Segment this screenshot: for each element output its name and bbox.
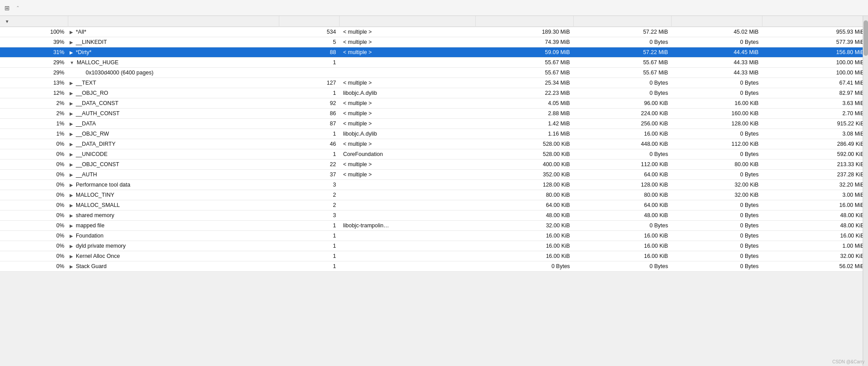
cell-resident: 32.00 KiB xyxy=(475,221,573,231)
table-row[interactable]: 39%▶ __LINKEDIT5< multiple >74.39 MiB0 B… xyxy=(0,37,868,47)
cell-dirty: 0 Bytes xyxy=(574,37,672,47)
scrollbar-thumb[interactable] xyxy=(864,20,868,56)
col-header-virtual[interactable] xyxy=(762,16,868,27)
cell-swapped: 128.00 KiB xyxy=(672,119,762,129)
expand-icon[interactable]: ▶ xyxy=(70,121,74,126)
table-row[interactable]: 100%▶ *All*534< multiple >189.30 MiB57.2… xyxy=(0,27,868,37)
cell-path: < multiple > xyxy=(340,47,475,58)
cell-path: < multiple > xyxy=(340,109,475,119)
type-label: *Dirty* xyxy=(76,49,91,55)
expand-icon[interactable]: ▶ xyxy=(70,162,74,167)
col-header-regs[interactable] xyxy=(279,16,340,27)
table-row[interactable]: 0%▶ MALLOC_TINY280.00 KiB80.00 KiB32.00 … xyxy=(0,190,868,200)
expand-icon[interactable]: ▶ xyxy=(70,234,74,238)
col-header-pct[interactable]: ▼ xyxy=(0,16,68,27)
cell-type: ▶ __DATA xyxy=(68,119,279,129)
expand-icon[interactable]: ▶ xyxy=(70,152,74,157)
cell-swapped: 0 Bytes xyxy=(672,241,762,251)
type-label: MALLOC_SMALL xyxy=(76,202,120,208)
expand-icon[interactable]: ▶ xyxy=(70,111,74,116)
expand-icon[interactable]: ▶ xyxy=(70,264,74,269)
table-row[interactable]: 1%▶ __OBJC_RW1libobjc.A.dylib1.16 MiB16.… xyxy=(0,129,868,139)
table-row[interactable]: 0%▶ mapped file1libobjc-trampolin…32.00 … xyxy=(0,221,868,231)
cell-resident: 22.23 MiB xyxy=(475,88,573,98)
table-row[interactable]: 29%▼ MALLOC_HUGE155.67 MiB55.67 MiB44.33… xyxy=(0,58,868,68)
table-row[interactable]: 0%▶ MALLOC_SMALL264.00 KiB64.00 KiB0 Byt… xyxy=(0,200,868,210)
table-row[interactable]: 0%▶ __OBJC_CONST22< multiple >400.00 KiB… xyxy=(0,160,868,170)
cell-pct: 29% xyxy=(0,58,68,68)
type-label: shared memory xyxy=(76,212,114,218)
expand-icon[interactable]: ▶ xyxy=(70,193,74,198)
table-row[interactable]: 0%▶ Stack Guard10 Bytes0 Bytes0 Bytes56.… xyxy=(0,261,868,272)
cell-dirty: 448.00 KiB xyxy=(574,139,672,149)
cell-type: ▶ __OBJC_RO xyxy=(68,88,279,98)
cell-regs: 1 xyxy=(279,251,340,261)
table-row[interactable]: 12%▶ __OBJC_RO1libobjc.A.dylib22.23 MiB0… xyxy=(0,88,868,98)
expand-icon[interactable]: ▶ xyxy=(70,203,74,208)
table-row[interactable]: 0%▶ __DATA_DIRTY46< multiple >528.00 KiB… xyxy=(0,139,868,149)
col-header-path[interactable] xyxy=(340,16,475,27)
cell-dirty: 0 Bytes xyxy=(574,78,672,88)
expand-icon[interactable]: ▶ xyxy=(70,142,74,147)
table-row[interactable]: 31%▶ *Dirty*88< multiple >59.09 MiB57.22… xyxy=(0,47,868,58)
table-row[interactable]: 0%▶ Foundation116.00 KiB16.00 KiB0 Bytes… xyxy=(0,231,868,241)
cell-path: CoreFoundation xyxy=(340,149,475,160)
table-row[interactable]: 29%0x1030d4000 (6400 pages)55.67 MiB55.6… xyxy=(0,68,868,78)
expand-icon[interactable]: ▼ xyxy=(70,60,75,65)
table-row[interactable]: 0%▶ Performance tool data3128.00 KiB128.… xyxy=(0,180,868,190)
table-row[interactable]: 0%▶ dyld private memory116.00 KiB16.00 K… xyxy=(0,241,868,251)
cell-virtual: 67.41 MiB xyxy=(762,78,868,88)
col-header-resident[interactable] xyxy=(475,16,573,27)
table-row[interactable]: 0%▶ Kernel Alloc Once116.00 KiB16.00 KiB… xyxy=(0,251,868,261)
expand-icon[interactable]: ▶ xyxy=(70,81,74,86)
cell-type: ▶ __OBJC_CONST xyxy=(68,160,279,170)
expand-icon[interactable]: ▶ xyxy=(70,172,74,177)
table-row[interactable]: 2%▶ __AUTH_CONST86< multiple >2.88 MiB22… xyxy=(0,109,868,119)
expand-icon[interactable]: ▶ xyxy=(70,101,74,106)
sort-chevron-icon[interactable]: ⌃ xyxy=(16,5,20,10)
cell-dirty: 112.00 KiB xyxy=(574,160,672,170)
table-row[interactable]: 2%▶ __DATA_CONST92< multiple >4.05 MiB96… xyxy=(0,98,868,109)
table-row[interactable]: 1%▶ __DATA87< multiple >1.42 MiB256.00 K… xyxy=(0,119,868,129)
expand-icon[interactable]: ▶ xyxy=(70,40,74,45)
cell-pct: 1% xyxy=(0,129,68,139)
type-label: Performance tool data xyxy=(76,182,130,188)
col-header-dirty[interactable] xyxy=(574,16,672,27)
cell-type: ▶ __DATA_CONST xyxy=(68,98,279,109)
scrollbar-track[interactable] xyxy=(863,16,868,272)
cell-resident: 4.05 MiB xyxy=(475,98,573,109)
table-row[interactable]: 13%▶ __TEXT127< multiple >25.34 MiB0 Byt… xyxy=(0,78,868,88)
cell-virtual: 56.02 MiB xyxy=(762,261,868,272)
cell-path: libobjc.A.dylib xyxy=(340,88,475,98)
cell-swapped: 0 Bytes xyxy=(672,231,762,241)
table-row[interactable]: 0%▶ __AUTH37< multiple >352.00 KiB64.00 … xyxy=(0,170,868,180)
expand-icon[interactable]: ▶ xyxy=(70,213,74,218)
type-label: __TEXT xyxy=(76,80,96,86)
expand-icon[interactable]: ▶ xyxy=(70,183,74,187)
expand-icon[interactable]: ▶ xyxy=(70,244,74,249)
col-header-type[interactable] xyxy=(68,16,279,27)
col-header-swapped[interactable] xyxy=(672,16,762,27)
expand-icon[interactable]: ▶ xyxy=(70,91,74,96)
cell-dirty: 0 Bytes xyxy=(574,261,672,272)
cell-resident: 352.00 KiB xyxy=(475,170,573,180)
cell-regs: 3 xyxy=(279,180,340,190)
cell-swapped: 44.45 MiB xyxy=(672,47,762,58)
cell-resident: 64.00 KiB xyxy=(475,200,573,210)
cell-virtual: 915.22 KiB xyxy=(762,119,868,129)
expand-icon[interactable]: ▶ xyxy=(70,132,74,136)
expand-icon[interactable]: ▶ xyxy=(70,223,74,228)
table-row[interactable]: 0%▶ __UNICODE1CoreFoundation528.00 KiB0 … xyxy=(0,149,868,160)
table-body: 100%▶ *All*534< multiple >189.30 MiB57.2… xyxy=(0,27,868,272)
cell-pct: 0% xyxy=(0,139,68,149)
cell-virtual: 48.00 KiB xyxy=(762,210,868,221)
cell-pct: 31% xyxy=(0,47,68,58)
cell-swapped: 45.02 MiB xyxy=(672,27,762,37)
expand-icon[interactable]: ▶ xyxy=(70,50,74,55)
expand-icon[interactable]: ▶ xyxy=(70,254,74,259)
cell-swapped: 0 Bytes xyxy=(672,149,762,160)
expand-icon[interactable]: ▶ xyxy=(70,30,74,35)
cell-regs: 88 xyxy=(279,47,340,58)
table-row[interactable]: 0%▶ shared memory348.00 KiB48.00 KiB0 By… xyxy=(0,210,868,221)
cell-dirty: 16.00 KiB xyxy=(574,231,672,241)
